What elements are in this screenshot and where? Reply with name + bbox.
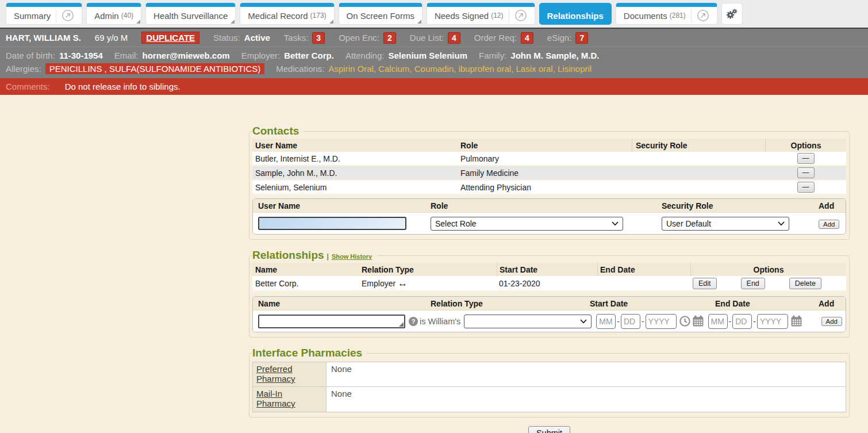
attending-label: Attending: xyxy=(345,51,385,60)
mail-in-pharmacy-value: None xyxy=(327,387,846,412)
relationship-start-date: 01-23-2020 xyxy=(497,279,597,288)
order-req-count-badge[interactable]: 4 xyxy=(521,32,533,44)
interface-pharmacies-heading: Interface Pharmacies xyxy=(252,347,367,359)
chevron-down-icon xyxy=(580,319,587,324)
submit-button[interactable]: Submit xyxy=(528,426,570,433)
tab-label: On Screen Forms xyxy=(347,11,414,21)
tab-bar: Summary Admin (40) Health Surveillance M… xyxy=(0,0,868,28)
end-year-input[interactable] xyxy=(757,314,788,329)
demographics-bar: Date of birth:11-30-1954 Email:horner@mi… xyxy=(0,47,868,78)
date-separator: - xyxy=(642,317,644,326)
contact-user-name-input[interactable] xyxy=(258,217,406,230)
family-label: Family: xyxy=(479,51,506,60)
settings-button[interactable] xyxy=(721,3,743,25)
start-year-input[interactable] xyxy=(646,314,677,329)
open-enc-label: Open Enc: xyxy=(339,33,379,43)
col-relation-type: Relation Type xyxy=(362,265,497,274)
selected-security-role: User Default xyxy=(666,219,711,228)
external-link-icon[interactable] xyxy=(62,9,74,22)
col-add: Add xyxy=(819,201,846,210)
relationship-name: Better Corp. xyxy=(252,279,362,288)
dob-label: Date of birth: xyxy=(6,51,55,60)
add-relationship-button[interactable]: Add xyxy=(821,317,842,326)
help-icon[interactable]: ? xyxy=(409,317,418,326)
comments-label: Comments: xyxy=(6,82,50,91)
table-row: Preferred Pharmacy None xyxy=(253,362,846,387)
calendar-icon[interactable] xyxy=(692,315,704,327)
external-link-icon[interactable] xyxy=(514,9,527,22)
col-relation-type: Relation Type xyxy=(431,299,590,308)
status-value: Active xyxy=(244,33,270,43)
gears-icon xyxy=(725,7,738,20)
tab-label: Needs Signed xyxy=(435,11,489,21)
start-day-input[interactable] xyxy=(621,314,640,329)
tab-divider xyxy=(509,9,509,22)
tasks-label: Tasks: xyxy=(284,33,309,43)
end-day-input[interactable] xyxy=(732,314,752,329)
edit-relationship-button[interactable]: Edit xyxy=(693,278,717,289)
add-relationship-form-header: Name Relation Type Start Date End Date A… xyxy=(253,297,846,311)
col-name: Name xyxy=(252,265,362,274)
medications-label: Medications: xyxy=(276,64,324,74)
col-add: Add xyxy=(819,299,846,308)
chevron-down-icon xyxy=(778,221,785,226)
table-row: Better Corp. Employer ↔ 01-23-2020 Edit … xyxy=(252,276,846,292)
show-history-link[interactable]: Show History xyxy=(332,253,372,260)
tab-admin[interactable]: Admin (40) xyxy=(86,3,141,25)
col-end-date: End Date xyxy=(597,263,690,276)
table-row: Sample, John M., M.D. Family Medicine — xyxy=(252,166,846,181)
chevron-down-icon xyxy=(612,221,619,226)
tab-label: Admin xyxy=(94,11,119,21)
preferred-pharmacy-link[interactable]: Preferred Pharmacy xyxy=(256,364,295,384)
relationships-section: Relationships | Show History Name Relati… xyxy=(249,249,850,338)
tasks-count-badge[interactable]: 3 xyxy=(312,32,325,44)
add-contact-form-body: Select Role User Default Add xyxy=(253,213,846,234)
esign-count-badge[interactable]: 7 xyxy=(575,32,588,44)
email-value: horner@mieweb.com xyxy=(142,51,229,60)
end-month-input[interactable] xyxy=(708,314,728,329)
open-enc-count-badge[interactable]: 2 xyxy=(383,32,396,44)
tab-on-screen-forms[interactable]: On Screen Forms xyxy=(339,3,423,25)
contact-security-role-select[interactable]: User Default xyxy=(662,217,789,231)
col-role: Role xyxy=(431,201,662,210)
contact-role-select[interactable]: Select Role xyxy=(431,217,623,231)
add-contact-button[interactable]: Add xyxy=(819,220,839,229)
relationship-name-input[interactable] xyxy=(258,315,405,328)
duplicate-badge[interactable]: DUPLICATE xyxy=(141,32,199,44)
contact-user-name: Sample, John M., M.D. xyxy=(252,168,460,178)
date-separator: - xyxy=(617,317,620,326)
contacts-heading: Contacts xyxy=(252,125,304,137)
remove-contact-button[interactable]: — xyxy=(797,167,815,178)
tab-medical-record[interactable]: Medical Record (173) xyxy=(240,3,334,25)
relationships-heading: Relationships | Show History xyxy=(252,249,377,262)
calendar-icon[interactable] xyxy=(790,315,802,327)
tab-relationships[interactable]: Relationships xyxy=(539,3,612,25)
tab-label: Health Surveillance xyxy=(153,11,228,21)
contact-user-name: Butler, Internist E., M.D. xyxy=(252,154,460,163)
tab-summary[interactable]: Summary xyxy=(6,3,82,25)
patient-age-sex: 69 y/o M xyxy=(95,33,128,43)
order-req-label: Order Req: xyxy=(474,33,517,43)
end-relationship-button[interactable]: End xyxy=(741,278,765,289)
remove-contact-button[interactable]: — xyxy=(797,182,815,193)
tab-health-surveillance[interactable]: Health Surveillance xyxy=(145,3,236,25)
tab-documents[interactable]: Documents (281) xyxy=(616,3,717,25)
table-row: Mail-In Pharmacy None xyxy=(253,387,846,412)
mail-in-pharmacy-link[interactable]: Mail-In Pharmacy xyxy=(256,389,295,408)
contact-role: Family Medicine xyxy=(460,168,632,178)
pharmacies-table: Preferred Pharmacy None Mail-In Pharmacy… xyxy=(252,362,846,412)
delete-relationship-button[interactable]: Delete xyxy=(789,278,821,289)
col-security-role: Security Role xyxy=(662,201,819,210)
esign-label: eSign: xyxy=(547,33,572,43)
possessive-text: is William's xyxy=(420,317,460,326)
tab-needs-signed[interactable]: Needs Signed (12) xyxy=(427,3,535,25)
contacts-table-header: User Name Role Security Role Options xyxy=(252,139,846,152)
external-link-icon[interactable] xyxy=(697,9,709,22)
remove-contact-button[interactable]: — xyxy=(797,153,815,164)
clock-icon[interactable] xyxy=(679,315,691,327)
col-user-name: User Name xyxy=(252,141,460,150)
date-separator: - xyxy=(729,317,732,326)
due-list-count-badge[interactable]: 4 xyxy=(448,32,460,44)
start-month-input[interactable] xyxy=(596,314,616,329)
relation-type-select[interactable] xyxy=(464,315,592,328)
